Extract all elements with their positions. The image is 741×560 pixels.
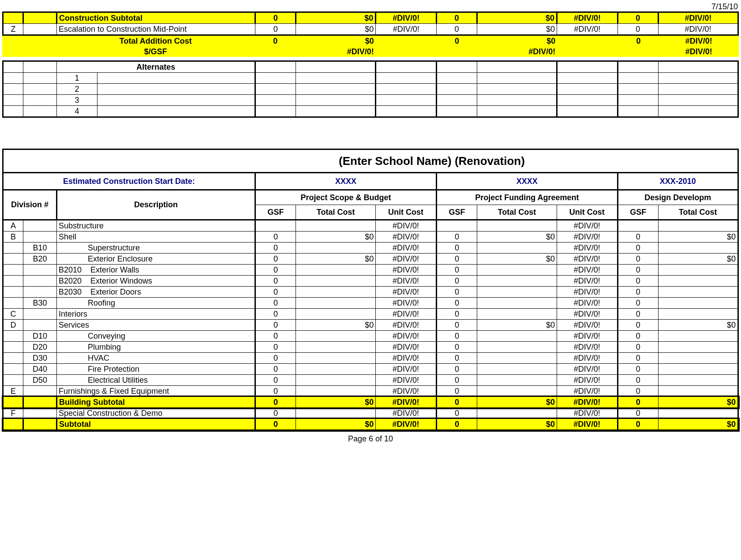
table-row: D40Fire Protection0#DIV/0!0#DIV/0!0 — [3, 364, 738, 375]
table-row: B10Superstructure0#DIV/0!0#DIV/0!0 — [3, 243, 738, 254]
table-row: D50Electrical Utilities0#DIV/0!0#DIV/0!0 — [3, 375, 738, 386]
cell: #DIV/0! — [557, 24, 618, 35]
cell: 0 — [618, 24, 658, 35]
group3-header: Design Developm — [618, 190, 738, 205]
cell: $0 — [296, 12, 376, 24]
alternate-row: 2 — [3, 84, 738, 95]
escalation-label: Escalation to Construction Mid-Point — [57, 24, 255, 35]
alternate-row: 3 — [3, 95, 738, 106]
escalation-row: Z Escalation to Construction Mid-Point 0… — [3, 24, 738, 35]
gsf-header: GSF — [255, 205, 296, 220]
top-summary-table: Construction Subtotal 0 $0 #DIV/0! 0 $0 … — [2, 11, 739, 36]
table-row: B2030 Exterior Doors0#DIV/0!0#DIV/0!0 — [3, 287, 738, 298]
estimate-table: (Enter School Name) (Renovation) Estimat… — [2, 149, 739, 431]
cell: $0 — [477, 36, 557, 46]
cell: 0 — [437, 12, 477, 24]
table-row: B20Exterior Enclosure0$0#DIV/0!0$0#DIV/0… — [3, 254, 738, 265]
table-row: DServices0$0#DIV/0!0$0#DIV/0!0$0 — [3, 320, 738, 331]
alternate-row: 1 — [3, 73, 738, 84]
cell: $0 — [477, 12, 557, 24]
total-addition-block: Total Addition Cost 0 $0 0 $0 0 #DIV/0! … — [2, 36, 739, 57]
cell: $0 — [477, 24, 557, 35]
cell: 0 — [618, 12, 658, 24]
phase3-date: XXX-2010 — [618, 173, 738, 190]
cell: $0 — [296, 24, 376, 35]
start-date-label: Estimated Construction Start Date: — [3, 173, 255, 190]
table-row: D10Conveying0#DIV/0!0#DIV/0!0 — [3, 331, 738, 342]
cell: #DIV/0! — [658, 24, 738, 35]
school-title: (Enter School Name) (Renovation) — [3, 149, 738, 173]
gsf-header: GSF — [618, 205, 658, 220]
construction-subtotal-label: Construction Subtotal — [57, 12, 255, 24]
table-row: EFurnishings & Fixed Equipment0#DIV/0!0#… — [3, 386, 738, 397]
table-row: BShell0$0#DIV/0!0$0#DIV/0!0$0 — [3, 231, 738, 243]
group1-header: Project Scope & Budget — [255, 190, 437, 205]
totalcost-header: Total Cost — [658, 205, 738, 220]
phase2-date: XXXX — [436, 173, 618, 190]
description-header: Description — [57, 190, 255, 220]
cell: 0 — [437, 36, 477, 46]
alternate-row: 4 — [3, 106, 738, 117]
cell: #DIV/0! — [557, 12, 618, 24]
alternates-header-row: Alternates — [3, 61, 738, 73]
per-gsf-label: $/GSF — [56, 46, 255, 57]
totalcost-header: Total Cost — [477, 205, 557, 220]
special-construction-row: F Special Construction & Demo 0 #DIV/0! … — [3, 408, 738, 419]
alternates-table: Alternates 1234 — [2, 60, 739, 118]
building-subtotal-row: Building Subtotal 0 $0 #DIV/0! 0 $0 #DIV… — [3, 397, 738, 408]
gsf-header: GSF — [436, 205, 477, 220]
unitcost-header: Unit Cost — [376, 205, 437, 220]
page-date: 7/15/10 — [2, 2, 739, 11]
table-row: B2010 Exterior Walls0#DIV/0!0#DIV/0!0 — [3, 265, 738, 276]
cell: #DIV/0! — [477, 46, 557, 57]
cell: #DIV/0! — [659, 46, 739, 57]
cell: 0 — [255, 36, 296, 46]
escalation-code: Z — [3, 24, 23, 35]
cell: #DIV/0! — [376, 12, 437, 24]
cell: 0 — [255, 12, 296, 24]
cell: $0 — [296, 36, 375, 46]
table-row: B2020 Exterior Windows0#DIV/0!0#DIV/0!0 — [3, 276, 738, 287]
table-row: CInteriors0#DIV/0!0#DIV/0!0 — [3, 309, 738, 320]
totalcost-header: Total Cost — [296, 205, 376, 220]
table-row: B30Roofing0#DIV/0!0#DIV/0!0 — [3, 298, 738, 309]
cell: #DIV/0! — [376, 24, 437, 35]
cell: 0 — [255, 24, 296, 35]
unitcost-header: Unit Cost — [557, 205, 618, 220]
page-footer: Page 6 of 10 — [2, 434, 739, 444]
table-row: D20Plumbing0#DIV/0!0#DIV/0!0 — [3, 342, 738, 353]
cell: #DIV/0! — [658, 12, 738, 24]
cell: #DIV/0! — [659, 36, 739, 46]
subtotal-row: Subtotal 0 $0 #DIV/0! 0 $0 #DIV/0! 0 $0 — [3, 419, 738, 430]
division-header: Division # — [3, 190, 57, 220]
construction-subtotal-row: Construction Subtotal 0 $0 #DIV/0! 0 $0 … — [3, 12, 738, 24]
phase1-date: XXXX — [255, 173, 437, 190]
cell: #DIV/0! — [296, 46, 375, 57]
total-addition-label: Total Addition Cost — [56, 36, 255, 46]
table-row: D30HVAC0#DIV/0!0#DIV/0!0 — [3, 353, 738, 364]
cell: 0 — [618, 36, 659, 46]
cell: 0 — [437, 24, 477, 35]
group2-header: Project Funding Agreement — [436, 190, 618, 205]
alternates-header: Alternates — [57, 61, 255, 73]
table-row: ASubstructure#DIV/0!#DIV/0! — [3, 220, 738, 231]
